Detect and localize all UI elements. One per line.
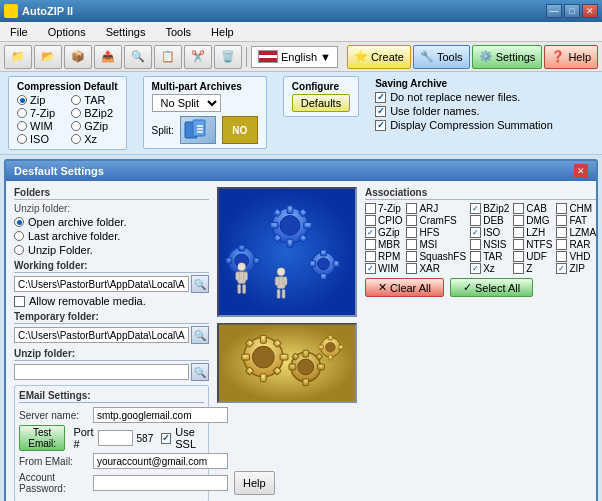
defaults-button[interactable]: Defaults [292,94,350,112]
assoc-item-xar[interactable]: XAR [406,263,466,274]
menu-tools[interactable]: Tools [159,24,197,40]
clear-all-button[interactable]: ✕ Clear All [365,278,444,297]
assoc-checkbox-arj[interactable] [406,203,417,214]
assoc-checkbox-rar[interactable] [556,239,567,250]
assoc-checkbox-chm[interactable] [556,203,567,214]
select-all-button[interactable]: ✓ Select All [450,278,533,297]
tb-open-button[interactable]: 📂 [34,45,62,69]
compression-zip[interactable]: Zip [17,94,63,106]
compression-bzip2[interactable]: BZip2 [71,107,117,119]
maximize-button[interactable]: □ [564,4,580,18]
last-archive-option[interactable]: Last archive folder. [14,230,209,242]
assoc-checkbox-lzma[interactable] [556,227,567,238]
unzip-folder-browse[interactable]: 🔍 [191,363,209,381]
assoc-item-ntfs[interactable]: NTFS [513,239,552,250]
menu-options[interactable]: Options [42,24,92,40]
from-email-input[interactable] [93,453,228,469]
assoc-item-udf[interactable]: UDF [513,251,552,262]
use-folder-checkbox[interactable]: ✓ [375,106,386,117]
assoc-checkbox-wim[interactable]: ✓ [365,263,376,274]
settings-button[interactable]: ⚙️ Settings [472,45,543,69]
assoc-item-cpio[interactable]: CPIO [365,215,402,226]
working-folder-input[interactable] [14,276,189,292]
tb-add-button[interactable]: 📦 [64,45,92,69]
assoc-checkbox-dmg[interactable] [513,215,524,226]
display-compression-checkbox[interactable]: ✓ [375,120,386,131]
minimize-button[interactable]: — [546,4,562,18]
language-selector[interactable]: English ▼ [251,46,338,68]
assoc-checkbox-lzh[interactable] [513,227,524,238]
account-password-input[interactable] [93,475,228,491]
tar-radio[interactable] [71,95,81,105]
assoc-item-rar[interactable]: RAR [556,239,596,250]
open-archive-option[interactable]: Open archive folder. [14,216,209,228]
assoc-checkbox-cab[interactable] [513,203,524,214]
assoc-checkbox-hfs[interactable] [406,227,417,238]
assoc-item-arj[interactable]: ARJ [406,203,466,214]
assoc-item-tar[interactable]: TAR [470,251,509,262]
compression-7zip[interactable]: 7-Zip [17,107,63,119]
assoc-checkbox-7-zip[interactable] [365,203,376,214]
wim-radio[interactable] [17,121,27,131]
assoc-checkbox-rpm[interactable] [365,251,376,262]
xz-radio[interactable] [71,134,81,144]
server-name-input[interactable] [93,407,228,423]
compression-iso[interactable]: ISO [17,133,63,145]
assoc-item-xz[interactable]: ✓Xz [470,263,509,274]
assoc-checkbox-tar[interactable] [470,251,481,262]
7zip-radio[interactable] [17,108,27,118]
assoc-checkbox-cramfs[interactable] [406,215,417,226]
gzip-radio[interactable] [71,121,81,131]
split-select[interactable]: No Split [152,94,221,112]
test-email-button[interactable]: Test Email: [19,425,65,451]
assoc-item-lzh[interactable]: LZH [513,227,552,238]
assoc-item-iso[interactable]: ✓ISO [470,227,509,238]
temp-folder-input[interactable] [14,327,189,343]
no-replace-checkbox-row[interactable]: ✓ Do not replace newer files. [375,91,553,103]
zip-radio[interactable] [17,95,27,105]
temp-folder-browse[interactable]: 🔍 [191,326,209,344]
assoc-item-z[interactable]: Z [513,263,552,274]
compression-tar[interactable]: TAR [71,94,117,106]
dialog-close-button[interactable]: ✕ [574,164,588,178]
assoc-checkbox-zip[interactable]: ✓ [556,263,567,274]
assoc-checkbox-xz[interactable]: ✓ [470,263,481,274]
assoc-checkbox-udf[interactable] [513,251,524,262]
assoc-checkbox-mbr[interactable] [365,239,376,250]
tb-new-button[interactable]: 📁 [4,45,32,69]
compression-wim[interactable]: WIM [17,120,63,132]
assoc-checkbox-squashfs[interactable] [406,251,417,262]
assoc-item-zip[interactable]: ✓ZIP [556,263,596,274]
tb-delete-button[interactable]: 🗑️ [214,45,242,69]
open-archive-radio[interactable] [14,217,24,227]
assoc-checkbox-gzip[interactable]: ✓ [365,227,376,238]
assoc-item-hfs[interactable]: HFS [406,227,466,238]
assoc-checkbox-vhd[interactable] [556,251,567,262]
tb-extract-button[interactable]: 📤 [94,45,122,69]
working-folder-browse[interactable]: 🔍 [191,275,209,293]
port-input[interactable] [98,430,133,446]
allow-removable-checkbox[interactable] [14,296,25,307]
close-button[interactable]: ✕ [582,4,598,18]
assoc-checkbox-cpio[interactable] [365,215,376,226]
create-button[interactable]: ⭐ Create [347,45,411,69]
compression-xz[interactable]: Xz [71,133,117,145]
assoc-checkbox-iso[interactable]: ✓ [470,227,481,238]
tb-copy-button[interactable]: 📋 [154,45,182,69]
allow-removable-row[interactable]: Allow removable media. [14,295,209,307]
assoc-checkbox-bzip2[interactable]: ✓ [470,203,481,214]
assoc-item-rpm[interactable]: RPM [365,251,402,262]
no-replace-checkbox[interactable]: ✓ [375,92,386,103]
assoc-item-vhd[interactable]: VHD [556,251,596,262]
compression-gzip[interactable]: GZip [71,120,117,132]
tb-move-button[interactable]: ✂️ [184,45,212,69]
use-folder-checkbox-row[interactable]: ✓ Use folder names. [375,105,553,117]
assoc-checkbox-nsis[interactable] [470,239,481,250]
bzip2-radio[interactable] [71,108,81,118]
assoc-item-msi[interactable]: MSI [406,239,466,250]
last-archive-radio[interactable] [14,231,24,241]
tb-test-button[interactable]: 🔍 [124,45,152,69]
unzip-folder-radio[interactable] [14,245,24,255]
menu-file[interactable]: File [4,24,34,40]
assoc-item-chm[interactable]: CHM [556,203,596,214]
